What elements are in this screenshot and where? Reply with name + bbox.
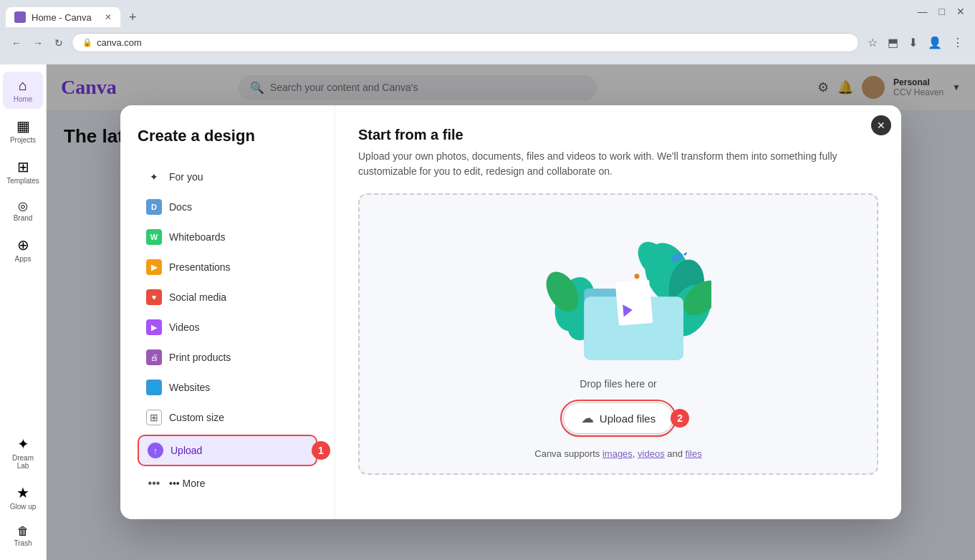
footer-link-videos[interactable]: videos [638, 448, 665, 459]
forward-button[interactable]: → [30, 34, 46, 52]
folder-illustration [525, 223, 711, 367]
social-media-icon: ♥ [146, 289, 162, 305]
trash-icon: 🗑 [17, 525, 29, 538]
nav-label-whiteboards: Whiteboards [169, 231, 226, 243]
sidebar-item-projects[interactable]: ▦ Projects [3, 112, 43, 150]
sidebar-label-home: Home [14, 95, 33, 103]
nav-item-for-you[interactable]: ✦ For you [138, 163, 317, 191]
upload-drop-zone[interactable]: Drop files here or ☁ Upload files 2 [358, 193, 878, 475]
tab-favicon [14, 11, 26, 23]
right-panel-subtitle: Upload your own photos, documents, files… [358, 149, 878, 179]
right-panel-title: Start from a file [358, 127, 878, 143]
sidebar-label-glowup: Glow up [10, 503, 37, 511]
more-icon: ••• [146, 475, 162, 491]
custom-size-icon: ⊞ [146, 410, 162, 425]
upload-nav-icon: ↑ [148, 443, 163, 458]
nav-item-websites[interactable]: 🌐 Websites [138, 373, 317, 402]
nav-label-upload: Upload [170, 445, 202, 456]
new-tab-button[interactable]: + [123, 7, 143, 28]
sidebar-label-apps: Apps [15, 255, 32, 263]
sidebar-item-trash[interactable]: 🗑 Trash [3, 519, 43, 553]
upload-cloud-icon: ☁ [581, 410, 594, 426]
nav-item-more[interactable]: ••• ••• More [138, 469, 317, 498]
sidebar-label-projects: Projects [10, 136, 36, 144]
nav-item-social-media[interactable]: ♥ Social media [138, 283, 317, 312]
profile-button[interactable]: 👤 [925, 33, 945, 52]
upload-button-label: Upload files [600, 412, 655, 425]
templates-icon: ⊞ [17, 158, 29, 175]
nav-label-docs: Docs [169, 201, 192, 213]
url-text: canva.com [97, 37, 142, 48]
create-design-modal: ✕ Create a design ✦ For you D Docs [120, 105, 901, 519]
lock-icon: 🔒 [82, 38, 92, 47]
back-button[interactable]: ← [9, 34, 24, 52]
nav-item-whiteboards[interactable]: W Whiteboards [138, 223, 317, 251]
star-button[interactable]: ☆ [865, 33, 880, 52]
app-layout: ⌂ Home ▦ Projects ⊞ Templates ◎ Brand ⊕ … [0, 64, 975, 560]
projects-icon: ▦ [16, 117, 30, 135]
address-bar[interactable]: 🔒 canva.com [72, 33, 859, 52]
nav-item-custom-size[interactable]: ⊞ Custom size [138, 403, 317, 432]
main-content: Canva 🔍 ⚙ 🔔 Personal CCV Heaven ▼ The la… [47, 64, 975, 560]
svg-point-9 [635, 274, 640, 279]
badge-2: 2 [671, 409, 689, 428]
sidebar-item-dreamlab[interactable]: ✦ Dream Lab [3, 430, 43, 475]
download-button[interactable]: ⬇ [906, 33, 921, 52]
footer-link-files[interactable]: files [686, 448, 702, 459]
modal-left-panel: Create a design ✦ For you D Docs [120, 105, 335, 519]
tab-close-button[interactable]: ✕ [105, 12, 112, 22]
nav-item-upload-wrapper: ↑ Upload 1 [138, 435, 317, 466]
videos-icon: ▶ [146, 319, 162, 335]
upload-button-border: ☁ Upload files [560, 400, 676, 437]
sidebar: ⌂ Home ▦ Projects ⊞ Templates ◎ Brand ⊕ … [0, 64, 47, 560]
menu-button[interactable]: ⋮ [949, 33, 966, 52]
sidebar-label-brand: Brand [14, 214, 33, 222]
drop-files-text: Drop files here or [580, 378, 656, 390]
nav-label-custom-size: Custom size [169, 412, 224, 423]
sidebar-item-apps[interactable]: ⊕ Apps [3, 231, 43, 269]
nav-item-upload[interactable]: ↑ Upload [138, 435, 317, 466]
modal-right-panel: Start from a file Upload your own photos… [335, 105, 901, 519]
upload-files-button[interactable]: ☁ Upload files [563, 402, 673, 434]
websites-icon: 🌐 [146, 380, 162, 395]
modal-nav: ✦ For you D Docs W Whiteboards [138, 163, 317, 498]
refresh-button[interactable]: ↻ [52, 34, 66, 52]
modal-overlay: ✕ Create a design ✦ For you D Docs [47, 64, 975, 560]
footer-and: and [667, 448, 685, 459]
sidebar-item-glowup[interactable]: ★ Glow up [3, 478, 43, 516]
upload-footer: Canva supports images, videos and files [534, 448, 701, 459]
nav-label-print-products: Print products [169, 352, 231, 363]
nav-item-print-products[interactable]: 🖨 Print products [138, 343, 317, 372]
nav-label-websites: Websites [169, 382, 210, 393]
sidebar-item-home[interactable]: ⌂ Home [3, 72, 43, 109]
print-products-icon: 🖨 [146, 349, 162, 365]
nav-label-for-you: For you [169, 171, 203, 183]
docs-icon: D [146, 199, 162, 215]
tab-title: Home - Canva [32, 12, 92, 23]
modal-close-button[interactable]: ✕ [871, 115, 891, 135]
glowup-icon: ★ [16, 484, 29, 501]
nav-item-videos[interactable]: ▶ Videos [138, 313, 317, 342]
brand-icon: ◎ [18, 199, 28, 213]
home-icon: ⌂ [19, 77, 27, 94]
for-you-icon: ✦ [146, 169, 162, 185]
upload-button-wrapper: ☁ Upload files 2 [560, 400, 676, 437]
apps-icon: ⊕ [17, 236, 29, 254]
nav-item-presentations[interactable]: ▶ Presentations [138, 253, 317, 281]
folder-svg [525, 223, 711, 360]
badge-1: 1 [312, 441, 330, 460]
nav-label-social-media: Social media [169, 291, 226, 303]
window-close-button[interactable]: ✕ [952, 4, 969, 19]
nav-item-docs[interactable]: D Docs [138, 193, 317, 221]
footer-link-images[interactable]: images [602, 448, 633, 459]
presentations-icon: ▶ [146, 259, 162, 275]
modal-title: Create a design [138, 127, 317, 145]
sidebar-item-brand[interactable]: ◎ Brand [3, 193, 43, 228]
extension-button[interactable]: ⬒ [885, 33, 901, 52]
sidebar-item-templates[interactable]: ⊞ Templates [3, 153, 43, 190]
dreamlab-icon: ✦ [17, 435, 29, 453]
browser-tab[interactable]: Home - Canva ✕ [6, 7, 120, 27]
window-minimize-button[interactable]: — [913, 4, 932, 19]
window-maximize-button[interactable]: □ [935, 4, 949, 19]
sidebar-label-trash: Trash [14, 539, 32, 547]
